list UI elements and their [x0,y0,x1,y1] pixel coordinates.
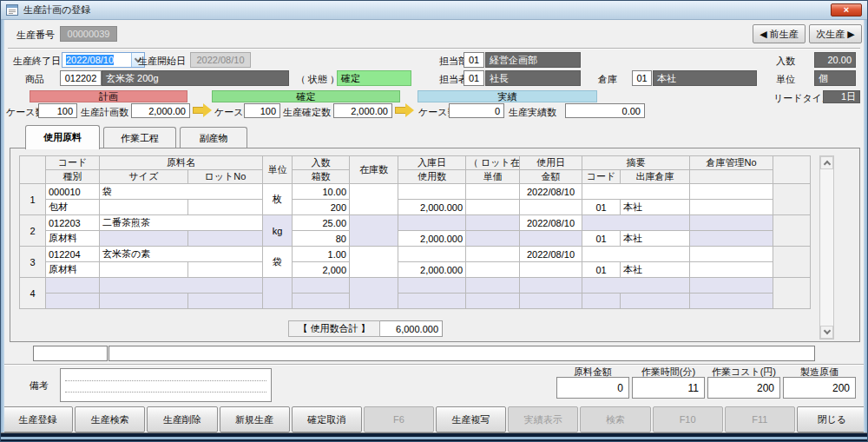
warehouse-name-field: 本社 [653,70,757,86]
material-amount-label: 原料金額 [556,366,629,376]
col-use-date: 使用日 [520,156,582,170]
flow-arrow-icon [395,103,414,117]
prev-production-button[interactable]: ◀ 前生産 [753,24,806,43]
col-date-in: 入庫日 [398,156,466,170]
warehouse-label: 倉庫 [598,73,617,86]
search-button: 検索 [580,406,650,432]
plan-qty-label: 生産計画数 [81,106,128,119]
actual-qty-label: 生産実績数 [509,106,556,119]
work-time-field[interactable]: 11 [632,377,705,399]
person-name-field: 社長 [485,70,581,86]
usage-total-value: 6,000.000 [380,320,443,337]
tab-byproducts[interactable]: 副産物 [180,127,247,148]
f10-button: F10 [653,406,723,432]
col-unit: 単位 [263,156,293,184]
col-used: 使用数 [398,170,466,184]
table-row: 1 000010 袋 枚 10.00 2022/08/10 [20,184,811,200]
table-row: 3 012204 玄米茶の素 袋 1.00 2022/08/10 [20,247,811,262]
product-label: 商品 [25,73,44,86]
actual-header: 実績 [418,90,597,102]
remarks-label: 備考 [30,379,49,393]
copy-production-button[interactable]: 生産複写 [436,406,506,432]
col-s-code: コード [582,170,621,184]
col-s-warehouse: 出庫倉庫 [621,170,690,184]
mfg-cost-field[interactable]: 200 [783,377,856,399]
prod-no-label: 生産番号 [16,29,55,42]
delete-production-button[interactable]: 生産削除 [147,406,217,432]
work-time-label: 作業時間(分) [632,366,705,376]
col-amount: 金額 [520,170,582,184]
search-production-button[interactable]: 生産検索 [75,406,145,432]
table-row: 4 [20,278,811,294]
prod-no-field: 00000039 [60,26,117,42]
status-label: （ 状態 ） [296,73,339,86]
actual-qty-input[interactable]: 0.00 [565,103,645,118]
f6-button: F6 [364,406,434,432]
col-stock: 在庫数 [350,156,398,184]
end-date-value: 2022/08/10 [66,55,114,65]
material-amount-field[interactable]: 0 [556,377,629,399]
col-price: 単価 [466,170,520,184]
table-row [20,294,811,309]
mfg-cost-label: 製造原価 [783,366,856,376]
materials-table: コード 原料名 単位 入数 在庫数 入庫日 （ ロット在庫 ） 使用日 摘要 倉… [19,155,811,309]
unit-label: 単位 [776,73,795,86]
remarks-textarea[interactable] [60,368,272,402]
status-badge: 確定 [337,70,411,86]
new-production-button[interactable]: 新規生産 [220,406,290,432]
fixed-case-input[interactable]: 100 [244,103,280,118]
dept-code-input[interactable]: 01 [464,52,484,68]
flow-arrow-icon [193,103,212,117]
close-icon: × [844,5,849,15]
footer-field-left[interactable] [33,346,108,361]
plan-case-input[interactable]: 100 [38,103,77,118]
window-edge [864,20,867,434]
dept-name-field: 経営企画部 [485,52,581,68]
col-type: 種別 [46,170,100,184]
footer-field-right[interactable] [108,346,815,361]
cancel-confirmation-button[interactable]: 確定取消 [292,406,362,432]
product-code-input[interactable]: 012202 [60,70,102,86]
next-production-button[interactable]: 次生産 ▶ [809,24,862,43]
vertical-scrollbar[interactable] [819,155,834,340]
actual-case-input[interactable]: 0 [449,103,504,118]
qty-per-field: 20.00 [814,52,856,68]
leadtime-field: 1日 [823,90,860,103]
col-code: コード [46,156,100,170]
materials-panel: コード 原料名 単位 入数 在庫数 入庫日 （ ロット在庫 ） 使用日 摘要 倉… [10,148,860,342]
table-row: 包材 200 2,000.000 01 本社 [20,200,811,215]
plan-qty-input[interactable]: 2,000.00 [131,103,190,118]
work-cost-field[interactable]: 200 [707,377,780,399]
table-row: 原材料 80 2,000.000 01 本社 [20,231,811,247]
work-cost-label: 作業コスト(円) [707,366,780,376]
register-production-button[interactable]: 生産登録 [3,406,73,432]
person-code-input[interactable]: 01 [464,70,484,86]
unit-field: 個 [814,70,856,86]
product-name-field: 玄米茶 200g [102,70,289,86]
end-date-label: 生産終了日 [13,55,61,68]
tab-materials[interactable]: 使用原料 [25,125,100,149]
close-button[interactable]: × [831,3,862,16]
close-window-button[interactable]: 閉じる [797,406,867,432]
warehouse-code-input[interactable]: 01 [632,70,652,86]
window-bottom-edge [1,432,867,441]
col-qty: 入数 [293,156,350,170]
window-edge [1,20,4,434]
fixed-header: 確定 [212,90,400,102]
fixed-qty-label: 生産確定数 [283,106,331,119]
usage-total-row: 【 使用数合計 】 6,000.000 [288,320,443,337]
scroll-up-button[interactable] [820,156,833,169]
plan-header: 計画 [30,90,187,102]
window-title: 生産計画の登録 [23,3,90,16]
col-boxes: 箱数 [293,170,350,184]
end-date-picker[interactable]: 2022/08/10 [62,52,145,68]
table-header-row: コード 原料名 単位 入数 在庫数 入庫日 （ ロット在庫 ） 使用日 摘要 倉… [20,156,811,170]
title-bar[interactable]: 生産計画の登録 × [1,1,867,20]
tab-process[interactable]: 作業工程 [103,127,176,148]
col-summary: 摘要 [582,156,690,170]
start-date-field: 2022/08/10 [190,52,251,68]
col-material-name: 原料名 [100,156,263,170]
scroll-down-button[interactable] [820,326,833,339]
fixed-qty-input[interactable]: 2,000.00 [333,103,392,118]
col-lot-stock: （ ロット在庫 ） [466,156,520,170]
